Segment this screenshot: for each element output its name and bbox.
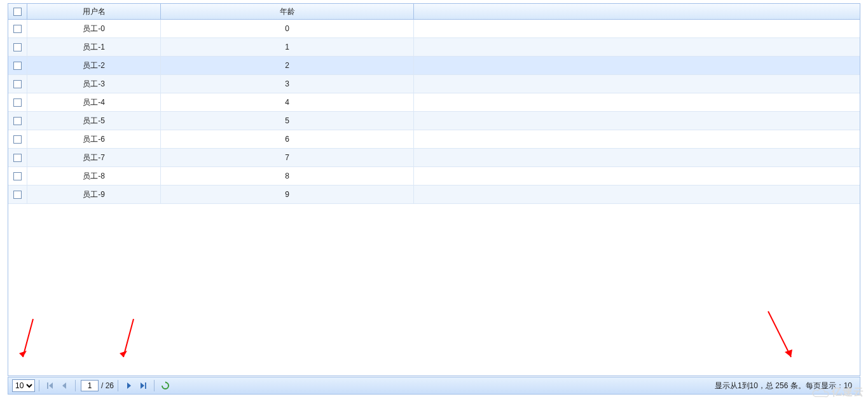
page-number-input[interactable] [81,380,99,391]
prev-page-button[interactable] [59,380,70,391]
header-username[interactable]: 用户名 [27,4,161,19]
total-pages-label: / 26 [101,381,114,390]
cell-username: 员工-7 [27,149,161,166]
row-checkbox-cell[interactable] [8,112,27,130]
cell-age: 4 [161,93,414,111]
header-username-label: 用户名 [83,6,106,17]
cloud-icon [811,387,829,398]
cell-username: 员工-8 [27,167,161,185]
refresh-button[interactable] [160,380,171,391]
row-checkbox[interactable] [13,43,22,51]
cell-age: 3 [161,75,414,93]
page-size-select[interactable]: 10 [12,379,35,392]
row-checkbox[interactable] [13,117,22,125]
watermark: 亿速云 [811,386,864,399]
cell-age: 2 [161,57,414,74]
table-row[interactable]: 员工-66 [8,130,860,149]
table-row[interactable]: 员工-55 [8,112,860,130]
first-icon [46,382,54,389]
cell-username: 员工-0 [27,20,161,37]
refresh-icon [161,381,170,390]
row-checkbox-cell[interactable] [8,167,27,185]
cell-age: 8 [161,167,414,185]
cell-age: 9 [161,186,414,203]
row-checkbox-cell[interactable] [8,57,27,74]
table-row[interactable]: 员工-22 [8,57,860,75]
svg-marker-1 [49,382,53,389]
toolbar-separator [75,380,76,391]
cell-age: 1 [161,38,414,56]
watermark-text: 亿速云 [832,386,864,399]
row-checkbox-cell[interactable] [8,149,27,166]
svg-marker-3 [127,382,131,389]
row-checkbox-cell[interactable] [8,75,27,93]
table-row[interactable]: 员工-99 [8,186,860,204]
pager-toolbar: 10 / 26 显示从1到10，总 256 条。每页显示：10 [8,377,860,395]
cell-age: 6 [161,130,414,148]
select-all-checkbox[interactable] [13,8,22,16]
first-page-button[interactable] [45,380,56,391]
header-age-label: 年龄 [280,6,295,17]
cell-age: 5 [161,112,414,130]
svg-rect-5 [145,382,146,389]
svg-marker-6 [165,381,167,383]
row-checkbox-cell[interactable] [8,186,27,203]
table-row[interactable]: 员工-88 [8,167,860,186]
cell-username: 员工-1 [27,38,161,56]
toolbar-separator [118,380,118,391]
row-checkbox-cell[interactable] [8,20,27,37]
next-page-button[interactable] [123,380,135,391]
toolbar-separator [154,380,155,391]
cell-age: 0 [161,20,414,37]
row-checkbox[interactable] [13,191,22,199]
toolbar-separator [39,380,39,391]
svg-rect-0 [47,382,48,389]
header-age[interactable]: 年龄 [161,4,414,19]
table-row[interactable]: 员工-77 [8,149,860,167]
table-row[interactable]: 员工-11 [8,38,860,57]
cell-username: 员工-4 [27,93,161,111]
row-checkbox[interactable] [13,80,22,88]
grid-body: 员工-00员工-11员工-22员工-33员工-44员工-55员工-66员工-77… [8,20,860,204]
svg-marker-4 [141,382,144,389]
prev-icon [61,382,67,389]
table-row[interactable]: 员工-00 [8,20,860,38]
header-filler [414,4,860,19]
next-icon [126,382,132,389]
cell-username: 员工-2 [27,57,161,74]
row-checkbox[interactable] [13,98,22,107]
row-checkbox[interactable] [13,25,22,33]
last-icon [139,382,147,389]
cell-username: 员工-3 [27,75,161,93]
grid-header: 用户名 年龄 [8,4,860,20]
row-checkbox-cell[interactable] [8,38,27,56]
row-checkbox[interactable] [13,172,22,180]
cell-username: 员工-6 [27,130,161,148]
cell-username: 员工-5 [27,112,161,130]
table-row[interactable]: 员工-33 [8,75,860,93]
header-checkbox-cell[interactable] [8,4,27,19]
row-checkbox[interactable] [13,135,22,144]
row-checkbox[interactable] [13,154,22,162]
table-row[interactable]: 员工-44 [8,93,860,112]
data-grid: 用户名 年龄 员工-00员工-11员工-22员工-33员工-44员工-55员工-… [8,3,860,376]
row-checkbox-cell[interactable] [8,130,27,148]
cell-age: 7 [161,149,414,166]
row-checkbox-cell[interactable] [8,93,27,111]
cell-username: 员工-9 [27,186,161,203]
last-page-button[interactable] [137,380,149,391]
row-checkbox[interactable] [13,62,22,70]
svg-marker-2 [62,382,66,389]
